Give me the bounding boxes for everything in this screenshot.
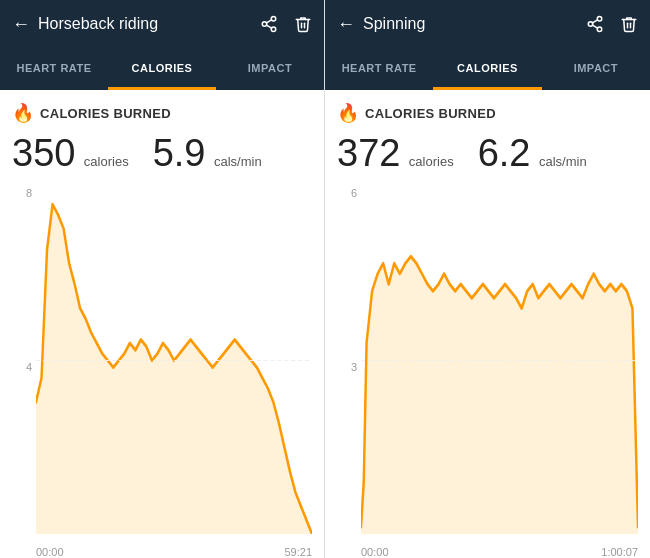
- chart-container: 63 00:001:00:07: [337, 187, 638, 558]
- svg-line-10: [592, 20, 597, 23]
- tab-impact[interactable]: IMPACT: [216, 48, 324, 90]
- y-label: 8: [26, 187, 32, 199]
- delete-button[interactable]: [294, 15, 312, 33]
- calories-unit: calories: [84, 154, 129, 169]
- flame-icon: 🔥: [337, 102, 359, 124]
- tab-calories[interactable]: CALORIES: [108, 48, 216, 90]
- calories-content: 🔥 CALORIES BURNED 350 calories 5.9 cals/…: [0, 90, 324, 558]
- x-label: 1:00:07: [601, 546, 638, 558]
- activity-title: Spinning: [363, 15, 586, 33]
- x-label: 59:21: [284, 546, 312, 558]
- share-button[interactable]: [260, 15, 278, 33]
- back-button[interactable]: ←: [337, 14, 355, 35]
- section-header: 🔥 CALORIES BURNED: [337, 102, 638, 124]
- tab-impact[interactable]: IMPACT: [542, 48, 650, 90]
- panel-horseback: ← Horseback riding HEART RATECALORIESIMP…: [0, 0, 325, 558]
- calories-value: 350 calories: [12, 132, 129, 175]
- tab-heart-rate[interactable]: HEART RATE: [0, 48, 108, 90]
- calories-content: 🔥 CALORIES BURNED 372 calories 6.2 cals/…: [325, 90, 650, 558]
- tab-bar: HEART RATECALORIESIMPACT: [325, 48, 650, 90]
- x-axis: 00:0059:21: [36, 546, 312, 558]
- section-header: 🔥 CALORIES BURNED: [12, 102, 312, 124]
- rate-unit: cals/min: [214, 154, 262, 169]
- header: ← Spinning: [325, 0, 650, 48]
- x-label: 00:00: [361, 546, 389, 558]
- back-button[interactable]: ←: [12, 14, 30, 35]
- svg-line-9: [592, 25, 597, 28]
- panel-spinning: ← Spinning HEART RATECALORIESIMPACT 🔥 CA…: [325, 0, 650, 558]
- rate-unit: cals/min: [539, 154, 587, 169]
- y-label: 4: [26, 361, 32, 373]
- y-axis: 84: [12, 187, 32, 534]
- y-label: 6: [351, 187, 357, 199]
- header: ← Horseback riding: [0, 0, 324, 48]
- chart-svg-wrapper: [361, 187, 638, 534]
- chart-container: 84 00:0059:21: [12, 187, 312, 558]
- tab-calories[interactable]: CALORIES: [433, 48, 541, 90]
- section-title: CALORIES BURNED: [40, 106, 171, 121]
- calories-value: 372 calories: [337, 132, 454, 175]
- share-button[interactable]: [586, 15, 604, 33]
- y-axis: 63: [337, 187, 357, 534]
- x-axis: 00:001:00:07: [361, 546, 638, 558]
- svg-line-4: [266, 20, 271, 23]
- rate-value: 5.9 cals/min: [153, 132, 262, 175]
- rate-value: 6.2 cals/min: [478, 132, 587, 175]
- y-label: 3: [351, 361, 357, 373]
- chart-svg-wrapper: [36, 187, 312, 534]
- tab-bar: HEART RATECALORIESIMPACT: [0, 48, 324, 90]
- delete-button[interactable]: [620, 15, 638, 33]
- section-title: CALORIES BURNED: [365, 106, 496, 121]
- svg-line-3: [266, 25, 271, 28]
- calories-unit: calories: [409, 154, 454, 169]
- flame-icon: 🔥: [12, 102, 34, 124]
- tab-heart-rate[interactable]: HEART RATE: [325, 48, 433, 90]
- x-label: 00:00: [36, 546, 64, 558]
- stats-row: 372 calories 6.2 cals/min: [337, 132, 638, 175]
- activity-title: Horseback riding: [38, 15, 260, 33]
- stats-row: 350 calories 5.9 cals/min: [12, 132, 312, 175]
